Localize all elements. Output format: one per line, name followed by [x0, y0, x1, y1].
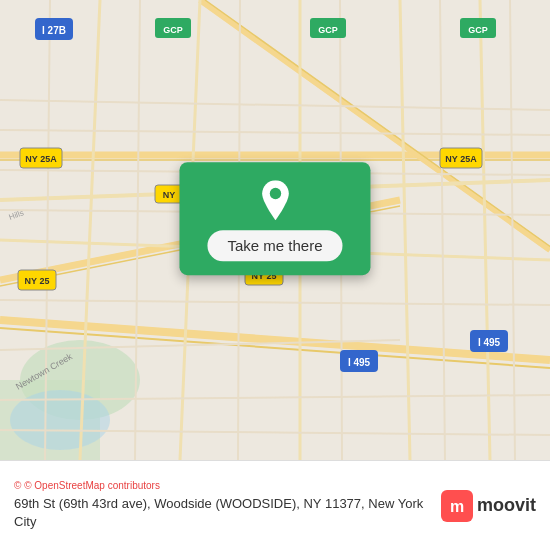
- svg-text:I 495: I 495: [348, 357, 371, 368]
- svg-text:m: m: [450, 498, 464, 515]
- copyright-symbol: ©: [14, 480, 21, 491]
- info-bar: © © OpenStreetMap contributors 69th St (…: [0, 460, 550, 550]
- moovit-logo: m moovit: [441, 490, 536, 522]
- svg-text:NY 25: NY 25: [25, 276, 50, 286]
- svg-text:NY 25A: NY 25A: [25, 154, 57, 164]
- svg-text:I 27B: I 27B: [42, 25, 66, 36]
- svg-text:NY 25A: NY 25A: [445, 154, 477, 164]
- take-me-there-overlay[interactable]: Take me there: [179, 162, 370, 275]
- moovit-label: moovit: [477, 495, 536, 516]
- take-me-there-button[interactable]: Take me there: [207, 230, 342, 261]
- location-pin-icon: [257, 180, 293, 220]
- copyright-text: © © OpenStreetMap contributors: [14, 480, 429, 491]
- address-text: 69th St (69th 43rd ave), Woodside (WOODS…: [14, 495, 429, 531]
- svg-text:GCP: GCP: [318, 25, 338, 35]
- copyright-label: © OpenStreetMap contributors: [24, 480, 160, 491]
- svg-text:GCP: GCP: [468, 25, 488, 35]
- map-container: I 27B GCP GCP GCP NY 25A NY 25A NY 25 NY…: [0, 0, 550, 460]
- svg-text:NY: NY: [163, 190, 176, 200]
- svg-point-58: [269, 188, 280, 199]
- green-box: Take me there: [179, 162, 370, 275]
- info-text-block: © © OpenStreetMap contributors 69th St (…: [14, 480, 429, 531]
- moovit-icon: m: [441, 490, 473, 522]
- svg-text:I 495: I 495: [478, 337, 501, 348]
- svg-text:GCP: GCP: [163, 25, 183, 35]
